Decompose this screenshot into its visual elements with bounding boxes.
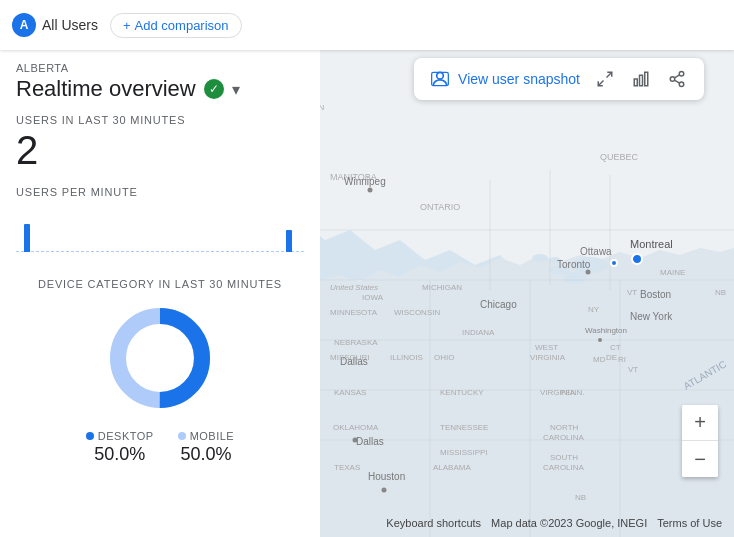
svg-text:WEST: WEST — [535, 343, 558, 352]
svg-text:MICHIGAN: MICHIGAN — [422, 283, 462, 292]
svg-point-82 — [437, 72, 444, 79]
svg-text:Boston: Boston — [640, 289, 671, 300]
terms-link[interactable]: Terms of Use — [657, 517, 722, 529]
svg-text:MISSISSIPPI: MISSISSIPPI — [440, 448, 488, 457]
legend-dot-desktop — [86, 432, 94, 440]
svg-text:Winnipeg: Winnipeg — [344, 176, 386, 187]
snapshot-person-icon — [430, 69, 450, 89]
svg-text:WISCONSIN: WISCONSIN — [394, 308, 440, 317]
svg-point-89 — [679, 72, 684, 77]
realtime-panel: Alberta Realtime overview ✓ ▾ USERS IN L… — [0, 50, 320, 537]
legend-dot-mobile — [178, 432, 186, 440]
svg-text:VIRGINIA: VIRGINIA — [530, 353, 566, 362]
svg-line-84 — [607, 72, 612, 77]
users-per-minute-section: USERS PER MINUTE — [16, 186, 304, 262]
fullscreen-button[interactable] — [594, 68, 616, 90]
svg-text:VT: VT — [628, 365, 638, 374]
svg-text:ILLINOIS: ILLINOIS — [390, 353, 423, 362]
svg-text:Washington: Washington — [585, 326, 627, 335]
location-label: Alberta — [16, 62, 304, 74]
svg-text:CAROLINA: CAROLINA — [543, 463, 585, 472]
legend-item-mobile: MOBILE 50.0% — [178, 430, 235, 465]
svg-text:PENN.: PENN. — [560, 388, 584, 397]
svg-line-92 — [674, 80, 679, 83]
svg-text:NY: NY — [588, 305, 600, 314]
svg-point-90 — [670, 77, 675, 82]
map-data-label: Map data ©2023 Google, INEGI — [491, 517, 647, 529]
users-last-30-section: USERS IN LAST 30 MINUTES 2 — [16, 114, 304, 170]
add-comparison-button[interactable]: + Add comparison — [110, 13, 242, 38]
svg-text:RI: RI — [618, 355, 626, 364]
legend-desktop-value: 50.0% — [86, 444, 154, 465]
add-comparison-icon: + — [123, 18, 131, 33]
zoom-in-button[interactable]: + — [682, 405, 718, 441]
svg-text:NB: NB — [715, 288, 726, 297]
donut-legend: DESKTOP 50.0% MOBILE 50.0% — [16, 430, 304, 465]
svg-text:TENNESSEE: TENNESSEE — [440, 423, 488, 432]
svg-text:QUEBEC: QUEBEC — [600, 152, 639, 162]
donut-chart-wrapper — [16, 298, 304, 418]
svg-point-32 — [586, 270, 591, 275]
add-comparison-label: Add comparison — [135, 18, 229, 33]
svg-point-91 — [679, 82, 684, 87]
view-user-snapshot-button[interactable]: View user snapshot — [430, 69, 580, 89]
svg-rect-88 — [645, 72, 648, 86]
svg-text:NB: NB — [575, 493, 586, 502]
svg-text:NORTH: NORTH — [550, 423, 579, 432]
svg-text:CAROLINA: CAROLINA — [543, 433, 585, 442]
chart-icon — [632, 70, 650, 88]
fullscreen-icon — [596, 70, 614, 88]
svg-text:Toronto: Toronto — [557, 259, 591, 270]
zoom-out-button[interactable]: − — [682, 441, 718, 477]
device-category-section: DEVICE CATEGORY IN LAST 30 MINUTES DESKT… — [16, 278, 304, 465]
svg-text:IOWA: IOWA — [362, 293, 384, 302]
svg-point-62 — [382, 488, 387, 493]
map-dot-ottawa — [610, 259, 618, 267]
svg-text:NEBRASKA: NEBRASKA — [334, 338, 378, 347]
svg-text:DE: DE — [606, 353, 617, 362]
legend-desktop-name: DESKTOP — [98, 430, 154, 442]
share-button[interactable] — [666, 68, 688, 90]
svg-line-93 — [674, 75, 679, 78]
svg-text:New York: New York — [630, 311, 673, 322]
svg-text:Chicago: Chicago — [480, 299, 517, 310]
svg-text:KANSAS: KANSAS — [334, 388, 366, 397]
svg-text:ONTARIO: ONTARIO — [420, 202, 460, 212]
all-users-button[interactable]: A All Users — [12, 13, 98, 37]
users-per-minute-label: USERS PER MINUTE — [16, 186, 304, 198]
chart-baseline — [16, 251, 304, 252]
svg-text:VT: VT — [627, 288, 637, 297]
top-bar: A All Users + Add comparison — [0, 0, 734, 50]
svg-text:MINNESOTA: MINNESOTA — [330, 308, 378, 317]
svg-rect-87 — [640, 75, 643, 86]
legend-item-desktop: DESKTOP 50.0% — [86, 430, 154, 465]
chart-bar-2 — [286, 230, 292, 252]
snapshot-toolbar: View user snapshot — [414, 58, 704, 100]
svg-point-4 — [563, 272, 587, 284]
verified-icon: ✓ — [204, 79, 224, 99]
users-per-minute-chart — [16, 202, 304, 262]
svg-rect-86 — [634, 79, 637, 86]
svg-text:Houston: Houston — [368, 471, 405, 482]
map-attribution: Keyboard shortcuts Map data ©2023 Google… — [320, 517, 734, 529]
zoom-controls: + − — [682, 405, 718, 477]
realtime-title-row: Realtime overview ✓ ▾ — [16, 76, 304, 102]
realtime-title: Realtime overview — [16, 76, 196, 102]
svg-point-3 — [532, 254, 548, 262]
map-dot-montreal — [631, 253, 643, 265]
svg-text:Dallas: Dallas — [356, 436, 384, 447]
dropdown-arrow-icon[interactable]: ▾ — [232, 80, 240, 99]
legend-mobile-row: MOBILE — [178, 430, 235, 442]
svg-point-37 — [598, 338, 602, 342]
legend-mobile-value: 50.0% — [178, 444, 235, 465]
svg-text:SOUTH: SOUTH — [550, 453, 578, 462]
keyboard-shortcuts-link[interactable]: Keyboard shortcuts — [386, 517, 481, 529]
legend-desktop-row: DESKTOP — [86, 430, 154, 442]
svg-text:INDIANA: INDIANA — [462, 328, 495, 337]
donut-chart — [100, 298, 220, 418]
legend-mobile-name: MOBILE — [190, 430, 235, 442]
svg-text:MISSOURI: MISSOURI — [330, 353, 370, 362]
view-snapshot-label: View user snapshot — [458, 71, 580, 87]
users-last-30-label: USERS IN LAST 30 MINUTES — [16, 114, 304, 126]
chart-view-button[interactable] — [630, 68, 652, 90]
